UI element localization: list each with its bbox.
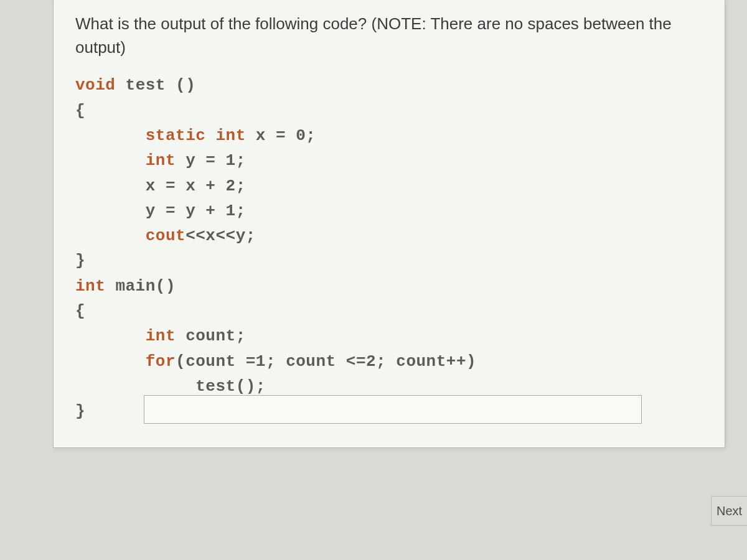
code-line-11-text: count; [176, 327, 246, 345]
next-button[interactable]: Next [711, 496, 747, 526]
code-line-12-keyword: for [75, 352, 176, 371]
code-line-9-keyword: int [75, 277, 105, 296]
code-line-2: { [75, 101, 85, 120]
code-block: void test () { static int x = 0; int y =… [75, 73, 703, 424]
code-line-3-keyword: static int [75, 126, 246, 145]
code-line-5: x = x + 2; [75, 177, 246, 195]
code-line-12-text: (count =1; count <=2; count++) [176, 352, 476, 371]
code-line-4-text: y = 1; [176, 151, 246, 170]
code-line-7-keyword: cout [75, 226, 186, 245]
code-line-10: { [75, 302, 85, 320]
code-line-9-text: main() [105, 277, 176, 296]
code-line-8: } [75, 251, 85, 270]
code-line-1-keyword: void [75, 76, 115, 95]
code-line-3-text: x = 0; [246, 126, 316, 145]
code-line-6: y = y + 1; [75, 202, 246, 220]
question-card: What is the output of the following code… [53, 0, 725, 448]
code-line-1-text: test () [115, 76, 195, 95]
code-line-7-text: <<x<<y; [186, 226, 256, 245]
code-line-13: test(); [75, 377, 266, 396]
code-line-14: } [75, 402, 85, 421]
code-line-4-keyword: int [75, 151, 176, 170]
answer-input[interactable] [144, 395, 642, 424]
next-button-label: Next [716, 504, 742, 518]
question-prompt: What is the output of the following code… [75, 12, 703, 59]
code-line-11-keyword: int [75, 327, 176, 345]
